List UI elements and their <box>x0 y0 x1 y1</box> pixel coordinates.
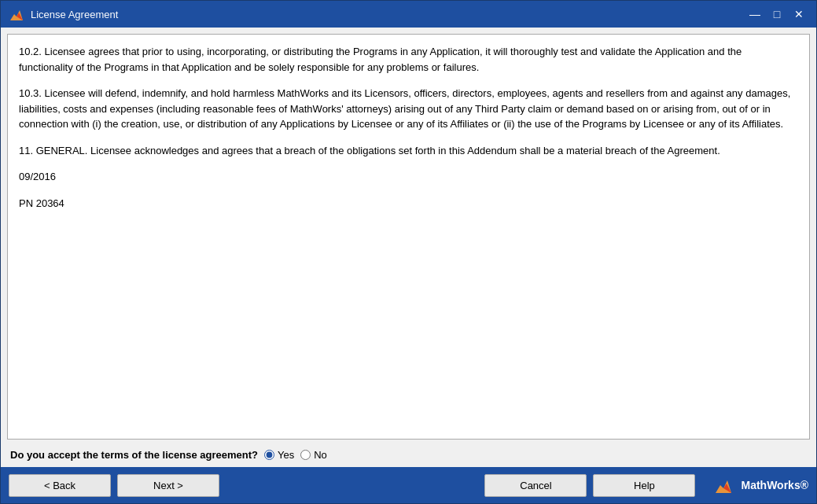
no-radio[interactable] <box>300 450 311 460</box>
yes-text: Yes <box>278 449 294 461</box>
license-agreement-window: License Agreement — □ ✕ 10.2. Licensee a… <box>0 0 817 504</box>
close-button[interactable]: ✕ <box>789 6 808 23</box>
action-buttons: Cancel Help MathWorks® <box>484 474 808 497</box>
mathworks-logo-icon <box>714 476 736 495</box>
paragraph-2: 10.3. Licensee will defend, indemnify, a… <box>19 86 798 132</box>
window-title: License Agreement <box>31 9 118 20</box>
yes-radio[interactable] <box>264 450 274 460</box>
title-bar-left: License Agreement <box>9 6 118 22</box>
content-area: 10.2. Licensee agrees that prior to usin… <box>1 28 816 467</box>
accept-row: Do you accept the terms of the license a… <box>1 443 816 467</box>
cancel-button[interactable]: Cancel <box>484 474 587 497</box>
next-button[interactable]: Next > <box>117 474 219 497</box>
title-bar: License Agreement — □ ✕ <box>1 1 816 28</box>
bottom-bar: < Back Next > Cancel Help MathWorks® <box>1 467 816 503</box>
nav-buttons: < Back Next > <box>9 474 219 497</box>
date-line: 09/2016 <box>19 169 798 185</box>
paragraph-3: 11. GENERAL. Licensee acknowledges and a… <box>19 143 798 159</box>
yes-label[interactable]: Yes <box>264 449 294 461</box>
maximize-button[interactable]: □ <box>767 6 786 23</box>
pn-line: PN 20364 <box>19 196 798 212</box>
paragraph-1: 10.2. Licensee agrees that prior to usin… <box>19 44 798 75</box>
title-controls: — □ ✕ <box>745 6 808 23</box>
license-text-scroll[interactable]: 10.2. Licensee agrees that prior to usin… <box>7 34 810 440</box>
mathworks-logo: MathWorks® <box>714 476 808 495</box>
mathworks-text: MathWorks® <box>741 479 808 491</box>
minimize-button[interactable]: — <box>745 6 764 23</box>
help-button[interactable]: Help <box>593 474 695 497</box>
accept-question: Do you accept the terms of the license a… <box>10 449 258 461</box>
back-button[interactable]: < Back <box>9 474 111 497</box>
no-label[interactable]: No <box>300 449 327 461</box>
no-text: No <box>314 449 327 461</box>
matlab-icon <box>9 6 24 22</box>
